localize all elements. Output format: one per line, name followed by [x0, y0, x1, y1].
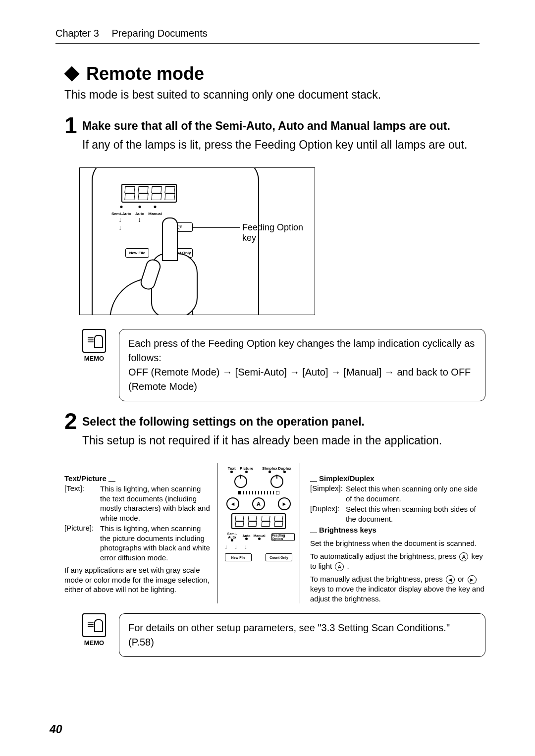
page-title: Remote mode	[86, 63, 204, 84]
chapter-label: Chapter 3	[55, 28, 99, 39]
panel-right: Simplex/Duplex [Simplex]: Select this wh…	[304, 463, 485, 603]
a-button: A	[252, 497, 265, 510]
title-row: Remote mode	[64, 63, 485, 84]
memo-icon: MEMO	[79, 329, 109, 362]
feeding-option-btn-small: Feeding Option	[271, 533, 295, 541]
step-text: If any of the lamps is lit, press the Fe…	[82, 137, 485, 153]
memo-label: MEMO	[79, 355, 109, 362]
memo-line1: Each press of the Feeding Option key cha…	[128, 336, 476, 365]
panel-center-figure: Text Picture Simplex Duplex ◄	[217, 463, 300, 603]
right-key-icon: ►	[468, 575, 477, 584]
brightness-p3: To manually adjust the brightness, press…	[310, 574, 485, 603]
duplex-def: Select this when scanning both sides of …	[346, 504, 485, 524]
text-picture-title: Text/Picture	[64, 474, 107, 483]
picture-def: This is lighting, when scanning the pict…	[100, 524, 213, 562]
memo-body: Each press of the Feeding Option key cha…	[119, 329, 485, 401]
intro-text: This mode is best suited to scanning onl…	[64, 88, 485, 102]
simplex-term: [Simplex]:	[310, 484, 346, 503]
simplex-duplex-knob	[270, 475, 283, 488]
duplex-term: [Duplex]:	[310, 504, 346, 524]
right-arrow-button: ►	[278, 497, 291, 510]
new-file-btn-small: New File	[225, 553, 252, 561]
memo-body: For details on other setup parameters, s…	[119, 613, 485, 657]
memo-icon: MEMO	[79, 613, 109, 647]
a-light-icon: A	[335, 562, 344, 571]
step-heading: Select the following settings on the ope…	[82, 414, 485, 430]
simplex-duplex-title: Simplex/Duplex	[319, 474, 374, 483]
panel-left: Text/Picture [Text]: This is lighting, w…	[64, 463, 213, 603]
step-heading: Make sure that all of the Semi-Auto, Aut…	[82, 118, 485, 134]
seven-seg-display	[121, 184, 177, 203]
section-title: Preparing Documents	[111, 28, 207, 39]
step-number: 2	[64, 412, 82, 455]
brightness-keys-title: Brightness keys	[319, 526, 376, 534]
hand-icon	[149, 217, 204, 315]
brightness-p1: Set the brightness when the document is …	[310, 539, 485, 548]
callout-label: Feeding Option key	[242, 222, 315, 243]
step-number: 1	[64, 116, 82, 160]
led-auto: Auto	[135, 206, 144, 216]
led-semi-auto: Semi-Auto	[111, 206, 131, 216]
step-1: 1 Make sure that all of the Semi-Auto, A…	[64, 116, 485, 160]
seven-seg-small	[231, 513, 286, 529]
memo-2: MEMO For details on other setup paramete…	[79, 613, 485, 657]
operation-panel-section: Text/Picture [Text]: This is lighting, w…	[64, 463, 485, 603]
left-arrow-button: ◄	[226, 497, 239, 510]
text-picture-knob	[234, 475, 247, 488]
a-key-icon: A	[459, 552, 468, 561]
callout-line	[193, 227, 240, 228]
new-file-button: New File	[125, 248, 149, 258]
page-number: 40	[50, 723, 62, 736]
text-term: [Text]:	[64, 484, 100, 523]
brightness-p2: To automatically adjust the brightness, …	[310, 551, 485, 571]
page-header: Chapter 3 Preparing Documents	[55, 28, 480, 44]
left-key-icon: ◄	[446, 575, 455, 584]
led-manual: Manual	[148, 206, 162, 216]
step-text: This setup is not required if it has alr…	[82, 432, 485, 448]
brightness-bar	[222, 491, 295, 494]
page-content: Remote mode This mode is best suited to …	[64, 63, 485, 668]
simplex-def: Select this when scanning only one side …	[346, 484, 485, 503]
diamond-icon	[64, 66, 79, 81]
count-only-btn-small: Count Only	[266, 553, 292, 561]
memo2-text: For details on other setup parameters, s…	[128, 622, 450, 648]
picture-term: [Picture]:	[64, 524, 100, 562]
memo-line2: OFF (Remote Mode) → [Semi-Auto] → [Auto]…	[128, 365, 476, 394]
mode-leds: Semi-Auto Auto Manual	[111, 206, 162, 216]
step-2: 2 Select the following settings on the o…	[64, 412, 485, 455]
memo-1: MEMO Each press of the Feeding Option ke…	[79, 329, 485, 401]
text-picture-note: If any applications are set with gray sc…	[64, 565, 213, 594]
figure-feeding-option: Semi-Auto Auto Manual Feeding Option New…	[79, 167, 315, 315]
memo-label: MEMO	[79, 639, 109, 647]
text-def: This is lighting, when scanning the text…	[100, 484, 213, 523]
